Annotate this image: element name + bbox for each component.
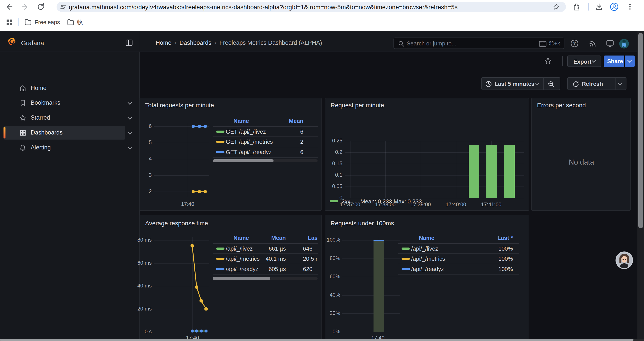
time-range-picker[interactable]: Last 5 minutes — [481, 77, 560, 90]
chevron-down-icon[interactable] — [128, 145, 132, 149]
legend-last-value: 620 — [303, 266, 318, 272]
series-color-pill[interactable] — [402, 268, 410, 270]
legend-scrollbar-thumb[interactable] — [213, 277, 270, 280]
legend-series-name[interactable]: /api/_/readyz — [411, 266, 444, 272]
horizontal-scrollbar[interactable] — [0, 339, 644, 341]
legend-header-name: Name — [419, 235, 434, 241]
zoom-out-icon[interactable] — [548, 81, 554, 88]
legend-series-name[interactable]: /api/_/livez — [226, 245, 253, 252]
grafana-logo[interactable] — [7, 37, 17, 46]
refresh-button[interactable]: Refresh — [567, 77, 626, 90]
series-color-pill[interactable] — [216, 268, 224, 270]
legend-scrollbar[interactable] — [213, 277, 318, 280]
chevron-down-icon[interactable] — [128, 115, 132, 120]
sidebar-item-home[interactable]: Home — [4, 81, 126, 95]
legend-row[interactable]: GET /api/_/metrics2 — [213, 138, 318, 147]
legend-row[interactable]: /api/_/metrics40.1 ms20.5 r — [213, 255, 318, 263]
bookmarks-divider — [18, 18, 19, 26]
search-placeholder: Search or jump to... — [406, 40, 456, 47]
y-tick-label: 40% — [314, 292, 340, 298]
series-color-pill[interactable] — [330, 200, 338, 202]
chevron-down-icon[interactable] — [128, 130, 132, 135]
search-input[interactable]: Search or jump to... ⌘+k — [394, 38, 564, 49]
y-tick-label: 20% — [314, 310, 340, 316]
brand-text[interactable]: Grafana — [21, 40, 44, 47]
series-color-pill[interactable] — [216, 258, 224, 260]
apps-grid-icon[interactable] — [6, 19, 13, 26]
legend-header-name: Name — [234, 118, 249, 124]
sidebar-item-alerting[interactable]: Alerting — [4, 141, 126, 154]
news-rss-icon[interactable] — [589, 40, 597, 47]
h-gridline — [342, 277, 400, 277]
series-color-pill[interactable] — [216, 141, 224, 143]
breadcrumb: Home›Dashboards›Freeleaps Metrics Dashbo… — [156, 40, 322, 46]
search-icon — [398, 40, 404, 47]
kiosk-monitor-icon[interactable] — [606, 40, 614, 48]
share-button[interactable]: Share — [604, 56, 624, 67]
legend-last-value: 100% — [476, 245, 513, 252]
refresh-icon — [572, 81, 579, 88]
favorite-star-icon[interactable] — [544, 57, 552, 65]
forward-icon[interactable] — [21, 3, 29, 11]
address-bar[interactable]: grafana.mathmast.com/d/deytv4rwavabkb/fr… — [56, 2, 566, 12]
legend-scrollbar-thumb[interactable] — [213, 159, 274, 162]
legend-row[interactable]: GET /api/_/readyz6 — [213, 148, 318, 157]
y-tick-label: 100% — [314, 237, 340, 243]
assistant-avatar[interactable] — [615, 251, 634, 269]
sidebar-item-bookmarks[interactable]: Bookmarks — [4, 96, 126, 110]
legend-row[interactable]: /api/_/readyz605 µs620 — [213, 265, 318, 274]
share-menu-button[interactable] — [625, 56, 635, 67]
legend-row[interactable]: /api/_/livez100% — [398, 245, 519, 253]
legend-separator — [213, 126, 318, 127]
series-color-pill[interactable] — [216, 151, 224, 153]
sidebar-item-dashboards[interactable]: Dashboards — [4, 126, 126, 140]
legend-series-name[interactable]: /api/_/livez — [411, 245, 438, 252]
vertical-scrollbar-thumb[interactable] — [638, 33, 643, 228]
x-tick-label: 17:40:00 — [438, 201, 474, 208]
legend-series-name[interactable]: /api/_/metrics — [411, 255, 445, 262]
y-tick-label: 0.15 — [316, 160, 342, 167]
legend-row[interactable]: /api/_/metrics100% — [398, 255, 519, 263]
back-icon[interactable] — [5, 3, 13, 11]
v-gridline — [350, 141, 350, 198]
clock-icon — [485, 81, 492, 87]
legend-separator — [213, 253, 318, 254]
share-label: Share — [607, 58, 623, 65]
export-button[interactable]: Export — [567, 56, 601, 67]
profile-icon[interactable] — [610, 3, 618, 11]
y-tick-label: 0.2 — [316, 149, 342, 155]
dock-menu-icon[interactable] — [126, 39, 133, 47]
legend-mean-value: 605 µs — [251, 266, 286, 272]
user-avatar[interactable] — [619, 39, 629, 49]
download-icon[interactable] — [595, 3, 603, 11]
reload-icon[interactable] — [36, 3, 45, 11]
chevron-down-icon[interactable] — [128, 100, 132, 105]
series-color-pill[interactable] — [402, 258, 410, 260]
horizontal-scrollbar-thumb[interactable] — [0, 339, 634, 341]
legend-header-mean: Mean — [268, 118, 303, 124]
legend-separator — [398, 264, 519, 264]
site-info-icon[interactable] — [60, 4, 66, 10]
breadcrumb-home[interactable]: Home — [156, 40, 172, 46]
series-color-pill[interactable] — [402, 247, 410, 250]
breadcrumb-dashboards[interactable]: Dashboards — [180, 40, 212, 46]
breadcrumb-separator: › — [211, 40, 220, 46]
legend-series-name[interactable]: GET /api/_/livez — [226, 128, 266, 135]
extensions-icon[interactable] — [573, 3, 581, 11]
y-tick-label: 60% — [314, 273, 340, 279]
series-color-pill[interactable] — [216, 247, 224, 250]
legend-row[interactable]: /api/_/livez661 µs646 — [213, 245, 318, 253]
legend-series-name[interactable]: GET /api/_/metrics — [226, 138, 273, 145]
menu-kebab-icon[interactable] — [626, 3, 634, 11]
help-icon[interactable]: ? — [570, 39, 579, 48]
legend-scrollbar[interactable] — [213, 159, 318, 162]
series-color-pill[interactable] — [216, 131, 224, 133]
legend-row[interactable]: GET /api/_/livez6 — [213, 128, 318, 137]
h-gridline — [342, 295, 400, 295]
legend-row[interactable]: /api/_/readyz100% — [398, 265, 519, 274]
bookmark-star-icon[interactable] — [553, 3, 560, 10]
legend-series-name[interactable]: 2xx — [342, 198, 350, 205]
legend-series-name[interactable]: GET /api/_/readyz — [226, 149, 272, 156]
sidebar-item-starred[interactable]: Starred — [4, 111, 126, 125]
panel-title[interactable]: Errors per second — [537, 102, 586, 109]
